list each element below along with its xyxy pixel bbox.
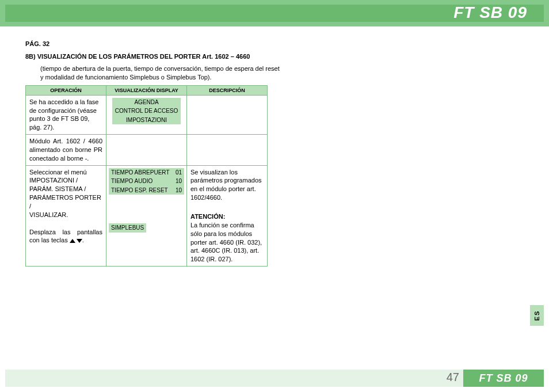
display-line: IMPOSTAZIONI bbox=[112, 116, 181, 125]
op-line: PARÁMETROS PORTER / bbox=[29, 194, 101, 210]
content-area: PÁG. 32 8B) VISUALIZACIÓN DE LOS PARÁMET… bbox=[25, 40, 528, 267]
cell-display bbox=[106, 135, 187, 166]
display-label: TIEMPO ESP. RESET bbox=[111, 187, 168, 195]
header-title: FT SB 09 bbox=[453, 3, 527, 22]
footer-band: 47 FT SB 09 bbox=[0, 370, 549, 387]
cell-descripcion bbox=[187, 135, 268, 166]
triangle-down-icon bbox=[77, 239, 82, 243]
display-row: TIEMPO ESP. RESET 10 bbox=[109, 186, 184, 195]
section-title: 8B) VISUALIZACIÓN DE LOS PARÁMETROS DEL … bbox=[25, 53, 528, 60]
op-line: VISUALIZAR. bbox=[29, 211, 68, 218]
display-simplebus: SIMPLEBUS bbox=[109, 223, 146, 233]
display-label: TIEMPO ABREPUERT bbox=[111, 169, 170, 177]
col-header-operacion: OPERACIÓN bbox=[26, 85, 106, 95]
page: FT SB 09 PÁG. 32 8B) VISUALIZACIÓN DE LO… bbox=[0, 0, 549, 392]
cell-operacion: Seleccionar el menú IMPOSTAZIONI / PARÁM… bbox=[26, 165, 106, 266]
triangle-up-icon bbox=[70, 239, 75, 243]
display-row: TIEMPO AUDIO 10 bbox=[109, 177, 184, 186]
table-row: Se ha accedido a la fase de configuració… bbox=[26, 95, 268, 134]
cell-operacion: Se ha accedido a la fase de configuració… bbox=[26, 95, 106, 134]
header-band: FT SB 09 bbox=[0, 0, 549, 26]
cell-descripcion bbox=[187, 95, 268, 134]
display-line: AGENDA bbox=[112, 98, 181, 107]
op-tail-post: . bbox=[82, 237, 84, 243]
footer-code: FT SB 09 bbox=[479, 372, 528, 385]
display-label: TIEMPO AUDIO bbox=[111, 177, 152, 185]
desc-atencion: La función se confirma sólo para los mód… bbox=[190, 222, 262, 262]
display-value: 10 bbox=[176, 177, 182, 185]
cell-operacion: Módulo Art. 1602 / 4660 alimentado con b… bbox=[26, 135, 106, 166]
intro-text: (tiempo de abertura de la puerta, tiempo… bbox=[40, 64, 282, 82]
col-header-display: VISUALIZACIÓN DISPLAY bbox=[106, 85, 187, 95]
cell-display: TIEMPO ABREPUERT 01 TIEMPO AUDIO 10 TIEM… bbox=[106, 165, 187, 266]
display-value: 01 bbox=[176, 169, 182, 177]
display-box: TIEMPO ABREPUERT 01 TIEMPO AUDIO 10 TIEM… bbox=[109, 168, 184, 233]
atencion-label: ATENCIÓN: bbox=[190, 212, 264, 221]
table-row: Seleccionar el menú IMPOSTAZIONI / PARÁM… bbox=[26, 165, 268, 266]
display-row: TIEMPO ABREPUERT 01 bbox=[109, 168, 184, 177]
op-line: PARÁM. SISTEMA / bbox=[29, 185, 86, 192]
footer-code-box: FT SB 09 bbox=[463, 370, 544, 387]
language-tab: ES bbox=[530, 305, 544, 326]
desc-main: Se visualizan los parámetros programados… bbox=[190, 169, 262, 201]
op-tail-pre: Desplaza las pantallas con las teclas bbox=[29, 229, 102, 244]
page-number: 47 bbox=[447, 371, 459, 384]
op-line: IMPOSTAZIONI / bbox=[29, 177, 78, 184]
page-label: PÁG. 32 bbox=[25, 40, 528, 47]
display-box: AGENDA CONTROL DE ACCESO IMPOSTAZIONI bbox=[112, 98, 181, 125]
display-value: 10 bbox=[176, 187, 182, 195]
table-row: Módulo Art. 1602 / 4660 alimentado con b… bbox=[26, 135, 268, 166]
col-header-descripcion: DESCRIPCIÓN bbox=[187, 85, 268, 95]
language-code: ES bbox=[533, 310, 540, 321]
op-line: Seleccionar el menú bbox=[29, 169, 87, 176]
params-table: OPERACIÓN VISUALIZACIÓN DISPLAY DESCRIPC… bbox=[25, 85, 268, 267]
cell-display: AGENDA CONTROL DE ACCESO IMPOSTAZIONI bbox=[106, 95, 187, 134]
table-header-row: OPERACIÓN VISUALIZACIÓN DISPLAY DESCRIPC… bbox=[26, 85, 268, 95]
cell-descripcion: Se visualizan los parámetros programados… bbox=[187, 165, 268, 266]
display-line: CONTROL DE ACCESO bbox=[112, 106, 181, 116]
